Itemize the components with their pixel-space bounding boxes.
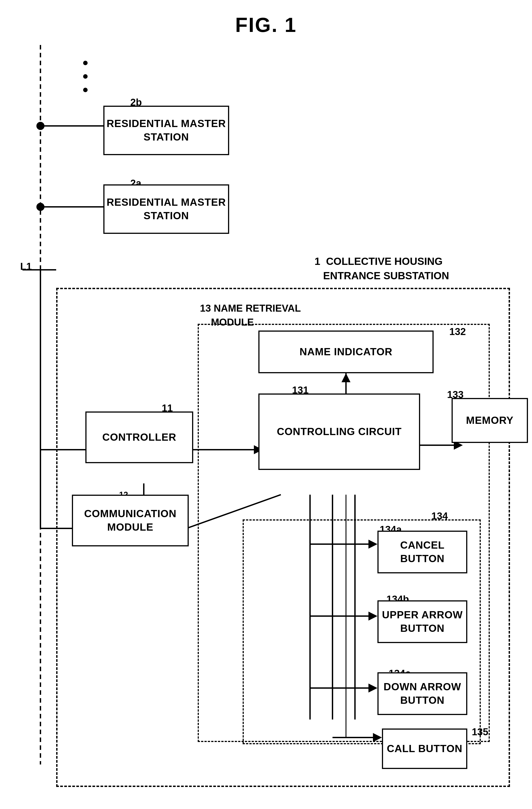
- page: FIG. 1: [0, 0, 532, 809]
- controller-box: CONTROLLER: [85, 412, 193, 463]
- l1-label: L1: [20, 261, 32, 272]
- svg-point-5: [83, 88, 88, 92]
- svg-point-4: [83, 74, 88, 79]
- call-button-box: CALL BUTTON: [382, 728, 467, 769]
- svg-point-3: [83, 61, 88, 65]
- memory-box: MEMORY: [451, 398, 528, 443]
- svg-point-34: [36, 122, 45, 130]
- name-indicator-box: NAME INDICATOR: [259, 330, 433, 373]
- label-call-button: 135: [472, 726, 488, 738]
- cancel-button-box: CANCEL BUTTON: [377, 531, 467, 573]
- comm-module-box: COMMUNICATION MODULE: [72, 495, 189, 546]
- collective-housing-label: 1 COLLECTIVE HOUSING ENTRANCE SUBSTATION: [315, 254, 449, 283]
- svg-point-35: [36, 203, 45, 211]
- residential-2b-box: RESIDENTIAL MASTER STATION: [103, 106, 229, 155]
- fig-title: FIG. 1: [235, 14, 297, 37]
- label-name-indicator: 132: [449, 326, 466, 337]
- upper-arrow-button-box: UPPER ARROW BUTTON: [377, 600, 467, 643]
- down-arrow-button-box: DOWN ARROW BUTTON: [377, 672, 467, 715]
- residential-2a-box: RESIDENTIAL MASTER STATION: [103, 184, 229, 234]
- controlling-circuit-box: CONTROLLING CIRCUIT: [259, 394, 420, 470]
